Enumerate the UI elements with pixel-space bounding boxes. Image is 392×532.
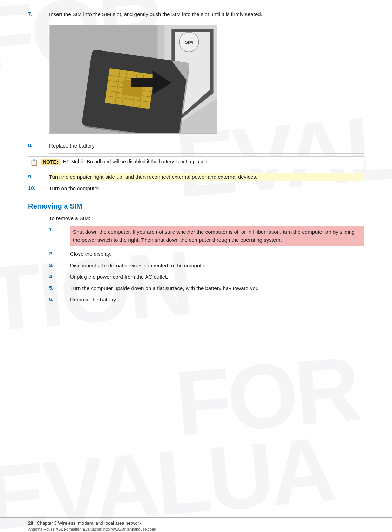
removing-step-4-num: 4. xyxy=(49,273,70,279)
step-7-row: 7. Insert the SIM into the SIM slot, and… xyxy=(28,11,364,19)
step-10-text: Turn on the computer. xyxy=(49,185,364,193)
removing-step-6-text: Remove the battery. xyxy=(70,296,364,304)
removing-step-5-num: 5. xyxy=(49,285,70,291)
step-9-row: 9. Turn the computer right-side up, and … xyxy=(28,173,364,181)
removing-step-6: 6. Remove the battery. xyxy=(49,296,364,304)
removing-step-2-text: Close the display. xyxy=(70,250,364,258)
step-10-num: 10. xyxy=(28,185,49,191)
sim-illustration: SIM xyxy=(49,25,217,133)
removing-step-2: 2. Close the display. xyxy=(49,250,364,258)
removing-sim-heading: Removing a SIM xyxy=(28,202,364,210)
removing-step-1: 1. Shut down the computer. If you are no… xyxy=(49,226,364,246)
removing-step-5-text: Turn the computer upside down on a flat … xyxy=(70,285,364,293)
step-8-text: Replace the battery. xyxy=(49,142,364,150)
step-8-num: 8. xyxy=(28,142,49,148)
removing-step-3-num: 3. xyxy=(49,262,70,268)
svg-text:SIM: SIM xyxy=(185,39,193,45)
step-10-row: 10. Turn on the computer. xyxy=(28,185,364,193)
removing-step-1-num: 1. xyxy=(49,226,70,232)
removing-step-3: 3. Disconnect all external devices conne… xyxy=(49,262,364,270)
antenna-footer: Antenna House XSL Formatter (Evaluation)… xyxy=(0,526,392,532)
removing-step-3-text: Disconnect all external devices connecte… xyxy=(70,262,364,270)
step-7-text: Insert the SIM into the SIM slot, and ge… xyxy=(49,11,364,19)
svg-rect-20 xyxy=(131,78,154,87)
step-8-row: 8. Replace the battery. xyxy=(28,142,364,150)
step-divider xyxy=(49,153,364,154)
removing-step-6-num: 6. xyxy=(49,296,70,302)
removing-step-5: 5. Turn the computer upside down on a fl… xyxy=(49,285,364,293)
step-7-num: 7. xyxy=(28,11,49,17)
footer-page-num: 28 xyxy=(28,520,33,526)
page-footer: 28 Chapter 3 Wireless, modem, and local … xyxy=(0,517,392,526)
step-9-num: 9. xyxy=(28,173,49,179)
removing-step-2-num: 2. xyxy=(49,250,70,257)
note-text: HP Mobile Broadband will be disabled if … xyxy=(63,159,209,164)
removing-sim-steps: 1. Shut down the computer. If you are no… xyxy=(28,226,364,304)
note-icon: 📋 xyxy=(28,159,41,166)
removing-step-4-text: Unplug the power cord from the AC outlet… xyxy=(70,273,364,281)
page-content: 7. Insert the SIM into the SIM slot, and… xyxy=(0,0,392,328)
step-9-text: Turn the computer right-side up, and the… xyxy=(49,173,364,181)
note-box: 📋 NOTE: HP Mobile Broadband will be disa… xyxy=(28,156,364,169)
note-label: NOTE: xyxy=(41,159,60,165)
removing-step-1-text: Shut down the computer. If you are not s… xyxy=(70,226,364,246)
sim-image: SIM xyxy=(49,25,217,134)
removing-step-4: 4. Unplug the power cord from the AC out… xyxy=(49,273,364,281)
removing-sim-intro: To remove a SIM: xyxy=(49,215,364,221)
footer-chapter: Chapter 3 Wireless, modem, and local are… xyxy=(36,520,141,526)
